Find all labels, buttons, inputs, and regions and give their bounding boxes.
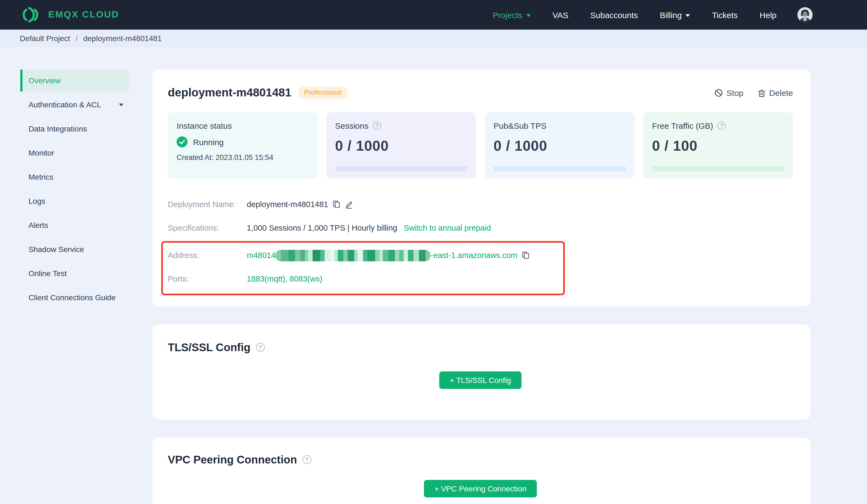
redaction-block xyxy=(404,250,408,261)
redaction-block xyxy=(354,250,358,261)
nav-item-label: Projects xyxy=(493,10,522,20)
nav-items: Projects VAS Subaccounts Billing Tickets… xyxy=(493,10,777,20)
stat-label: Sessions xyxy=(335,121,368,130)
deployment-name-row: Deployment Name: deployment-m4801481 xyxy=(168,198,793,210)
emqx-logo-icon xyxy=(20,6,42,24)
stat-label: Pub&Sub TPS xyxy=(494,121,546,130)
stat-card-sessions: Sessions ? 0 / 1000 xyxy=(326,112,476,178)
redaction-block xyxy=(358,250,363,261)
add-vpc-peering-button[interactable]: + VPC Peering Connection xyxy=(424,480,537,497)
deployment-title: deployment-m4801481 xyxy=(168,86,291,99)
delete-label: Delete xyxy=(769,88,793,97)
sidebar-item-label: Data Integrations xyxy=(29,124,87,133)
deployment-info: Deployment Name: deployment-m4801481 xyxy=(168,198,793,295)
avatar[interactable] xyxy=(798,7,813,22)
sessions-progress-bar xyxy=(335,166,467,172)
nav-item-subaccounts[interactable]: Subaccounts xyxy=(590,10,638,20)
page: EMQX CLOUD Projects VAS Subaccounts Bill… xyxy=(0,0,867,504)
vpc-peering-title: VPC Peering Connection xyxy=(168,453,297,466)
redaction-block xyxy=(301,250,305,261)
delete-button[interactable]: Delete xyxy=(758,88,793,97)
breadcrumb-project[interactable]: Default Project xyxy=(20,34,70,43)
sidebar-item-logs[interactable]: Logs xyxy=(20,190,129,212)
redaction-block xyxy=(338,250,344,261)
stat-label: Instance status xyxy=(176,121,232,130)
address-redaction xyxy=(276,250,431,261)
sidebar-item-online-test[interactable]: Online Test xyxy=(20,262,129,284)
created-at: Created At: 2023.01.05 15:54 xyxy=(176,153,309,162)
deployment-header: deployment-m4801481 Professional Stop xyxy=(168,86,793,99)
redaction-block xyxy=(395,250,399,261)
sidebar-item-label: Alerts xyxy=(29,221,48,230)
copy-icon xyxy=(522,251,529,259)
deployment-name-label: Deployment Name: xyxy=(168,200,247,209)
sidebar-item-monitor[interactable]: Monitor xyxy=(20,142,129,164)
sidebar-item-label: Online Test xyxy=(29,269,67,278)
stat-card-pubsub-tps: Pub&Sub TPS 0 / 1000 xyxy=(485,112,634,178)
copy-address-button[interactable] xyxy=(522,251,529,259)
sidebar-item-data-integrations[interactable]: Data Integrations xyxy=(20,118,129,140)
redaction-block xyxy=(363,250,368,261)
sidebar-item-label: Authentication & ACL xyxy=(29,100,101,109)
sidebar-item-overview[interactable]: Overview xyxy=(20,69,129,91)
sidebar-item-label: Client Connections Guide xyxy=(29,293,116,302)
red-annotation-box: Address: m48014 -east-1.amazonaws.com xyxy=(161,241,565,295)
help-icon[interactable]: ? xyxy=(718,122,726,130)
tps-progress-bar xyxy=(494,166,626,172)
redaction-block xyxy=(276,250,281,261)
stat-value: 0 / 1000 xyxy=(494,138,626,154)
redaction-block xyxy=(335,250,338,261)
edit-name-button[interactable] xyxy=(345,200,353,208)
nav-item-label: Help xyxy=(760,10,777,20)
deployment-name-value: deployment-m4801481 xyxy=(247,200,328,209)
chevron-down-icon xyxy=(526,14,531,17)
viewport: EMQX CLOUD Projects VAS Subaccounts Bill… xyxy=(0,0,867,504)
deployment-overview-card: deployment-m4801481 Professional Stop xyxy=(152,69,811,306)
redaction-block xyxy=(419,250,426,261)
redaction-block xyxy=(426,250,431,261)
redaction-block xyxy=(348,250,354,261)
stat-label: Free Traffic (GB) xyxy=(652,121,713,130)
top-navbar: EMQX CLOUD Projects VAS Subaccounts Bill… xyxy=(0,0,867,30)
stats-row: Instance status Running Created At: 2023… xyxy=(168,112,793,178)
nav-item-label: VAS xyxy=(553,10,568,20)
breadcrumb: Default Project / deployment-m4801481 xyxy=(0,30,867,47)
deployment-actions: Stop Delete xyxy=(715,88,793,97)
nav-item-tickets[interactable]: Tickets xyxy=(712,10,738,20)
stat-card-free-traffic: Free Traffic (GB) ? 0 / 100 xyxy=(643,112,793,178)
address-prefix: m48014 xyxy=(247,251,276,260)
redaction-block xyxy=(344,250,348,261)
sidebar-item-client-connections-guide[interactable]: Client Connections Guide xyxy=(20,286,129,308)
stop-button[interactable]: Stop xyxy=(715,88,743,97)
help-icon[interactable]: ? xyxy=(256,343,265,352)
trash-icon xyxy=(758,88,765,97)
instance-status-row: Running xyxy=(176,136,309,147)
redaction-block xyxy=(325,250,330,261)
nav-item-billing[interactable]: Billing xyxy=(660,10,690,20)
redaction-block xyxy=(295,250,301,261)
redaction-block xyxy=(313,250,321,261)
address-row: Address: m48014 -east-1.amazonaws.com xyxy=(168,249,563,261)
nav-item-projects[interactable]: Projects xyxy=(493,10,531,20)
redaction-block xyxy=(414,250,419,261)
nav-item-vas[interactable]: VAS xyxy=(553,10,568,20)
switch-annual-prepaid-link[interactable]: Switch to annual prepaid xyxy=(404,223,491,232)
sidebar-item-authentication-acl[interactable]: Authentication & ACL xyxy=(20,94,129,116)
nav-item-label: Subaccounts xyxy=(590,10,638,20)
nav-item-help[interactable]: Help xyxy=(760,10,777,20)
redaction-block xyxy=(399,250,404,261)
help-icon[interactable]: ? xyxy=(302,455,311,464)
ports-label: Ports: xyxy=(168,274,247,283)
sidebar-item-alerts[interactable]: Alerts xyxy=(20,214,129,236)
breadcrumb-current: deployment-m4801481 xyxy=(83,34,161,43)
pencil-icon xyxy=(345,200,353,208)
brand[interactable]: EMQX CLOUD xyxy=(20,6,119,24)
redaction-block xyxy=(321,250,325,261)
help-icon[interactable]: ? xyxy=(373,122,381,130)
redaction-block xyxy=(408,250,414,261)
sidebar-item-shadow-service[interactable]: Shadow Service xyxy=(20,238,129,260)
copy-name-button[interactable] xyxy=(333,200,340,208)
sidebar-item-metrics[interactable]: Metrics xyxy=(20,166,129,188)
sidebar-item-label: Overview xyxy=(29,76,61,85)
add-tls-ssl-config-button[interactable]: + TLS/SSL Config xyxy=(439,371,521,389)
